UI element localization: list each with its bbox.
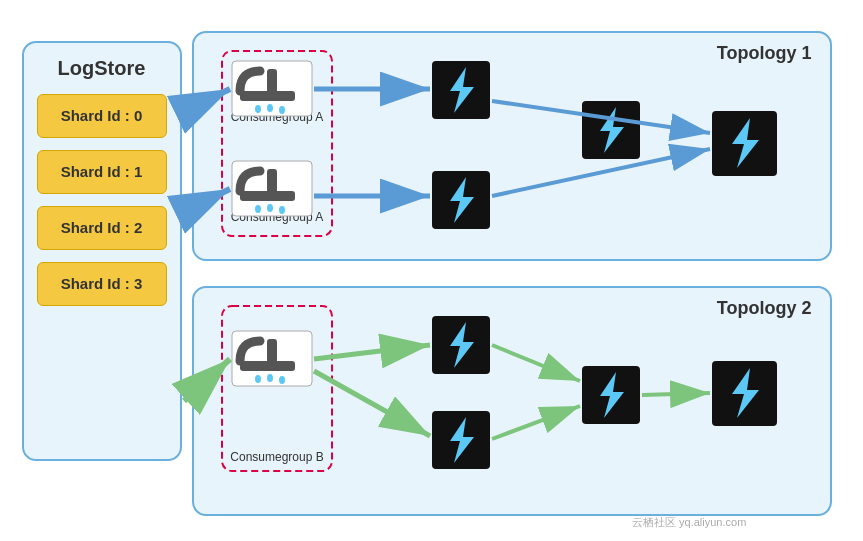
diagram: LogStore Shard Id : 0 Shard Id : 1 Shard… [12, 11, 852, 531]
svg-text:云栖社区 yq.aliyun.com: 云栖社区 yq.aliyun.com [632, 516, 746, 528]
topology1-box: Topology 1 [192, 31, 832, 261]
logstore-box: LogStore Shard Id : 0 Shard Id : 1 Shard… [22, 41, 182, 461]
shard-badge-3: Shard Id : 3 [37, 262, 167, 306]
shard-badge-1: Shard Id : 1 [37, 150, 167, 194]
logstore-title: LogStore [58, 57, 146, 80]
shard-badge-0: Shard Id : 0 [37, 94, 167, 138]
topology1-label: Topology 1 [717, 43, 812, 64]
topology2-box: Topology 2 [192, 286, 832, 516]
topology2-label: Topology 2 [717, 298, 812, 319]
shard-badge-2: Shard Id : 2 [37, 206, 167, 250]
